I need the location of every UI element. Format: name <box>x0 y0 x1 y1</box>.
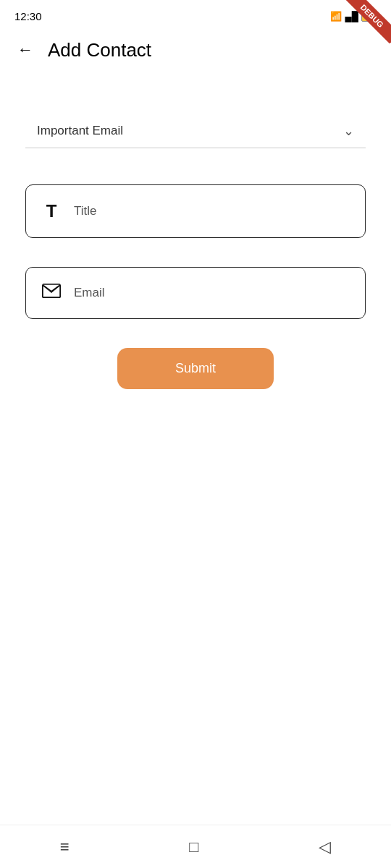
nav-back-icon[interactable]: ◁ <box>319 838 331 856</box>
category-dropdown[interactable]: Important Email ⌄ <box>25 114 366 148</box>
header: ← Add Contact <box>0 29 391 71</box>
status-time: 12:30 <box>14 10 42 22</box>
page-title: Add Contact <box>48 39 151 61</box>
dropdown-label: Important Email <box>37 124 123 138</box>
submit-button[interactable]: Submit <box>117 348 274 389</box>
back-button[interactable]: ← <box>14 38 36 62</box>
content: Important Email ⌄ T Title Email Submit <box>0 71 391 411</box>
status-bar: 12:30 📶 ▄█ 60 <box>0 0 391 29</box>
debug-corner: DEBUG <box>339 0 391 52</box>
submit-container: Submit <box>25 348 366 389</box>
email-icon <box>41 284 62 302</box>
email-input-field[interactable]: Email <box>25 267 366 319</box>
title-placeholder: Title <box>74 204 97 218</box>
title-icon: T <box>41 201 62 221</box>
dropdown-container: Important Email ⌄ <box>25 114 366 148</box>
nav-bar: ≡ □ ◁ <box>0 825 391 868</box>
chevron-down-icon: ⌄ <box>343 123 354 139</box>
nav-home-icon[interactable]: □ <box>189 838 198 856</box>
email-placeholder: Email <box>74 286 105 300</box>
nav-menu-icon[interactable]: ≡ <box>60 838 70 856</box>
debug-badge: DEBUG <box>345 0 391 43</box>
title-input-field[interactable]: T Title <box>25 184 366 238</box>
